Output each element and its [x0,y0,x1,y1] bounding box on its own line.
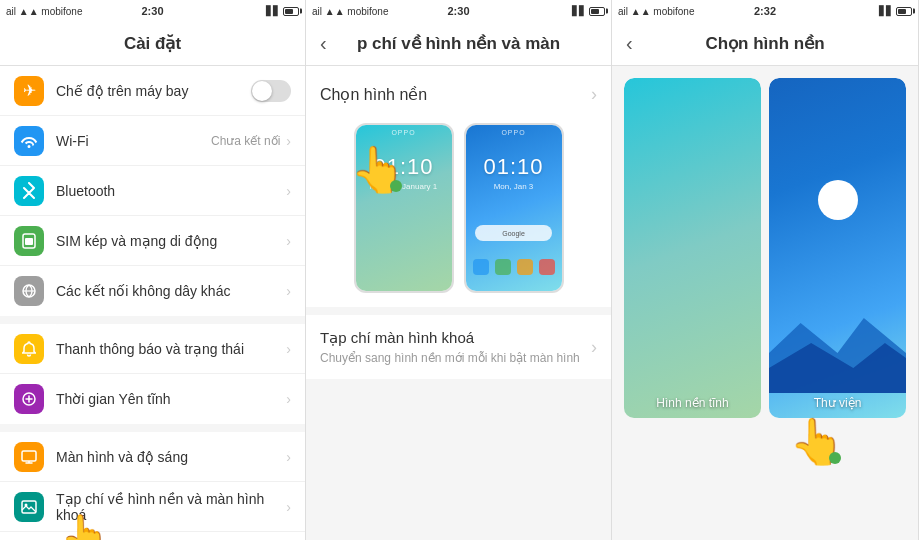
preview-date-1: Monday, January 1 [370,182,437,191]
preview-time-2: 01:10 [483,154,543,180]
quiet-icon [14,384,44,414]
settings-title: Cài đặt [124,33,181,54]
panel2-content: Chọn hình nền › 👆 OPPO 01:10 Monday, Jan… [306,66,611,540]
sim-label: SIM kép và mạng di động [56,233,286,249]
airplane-icon: ✈ [14,76,44,106]
header-3: ‹ Chọn hình nền [612,22,918,66]
airplane-toggle[interactable] [251,80,291,102]
settings-list[interactable]: ✈ Chế độ trên máy bay Wi-Fi Chưa kết nối… [0,66,305,540]
magazine-row[interactable]: Tạp chí màn hình khoá Chuyển sang hình n… [320,329,597,365]
choose-wallpaper-arrow: › [591,84,597,105]
magazine-arrow: › [591,337,597,358]
svg-rect-6 [22,501,36,513]
settings-group-connectivity: ✈ Chế độ trên máy bay Wi-Fi Chưa kết nối… [0,66,305,316]
settings-item-notification[interactable]: Thanh thông báo và trạng thái › [0,324,305,374]
wallpaper-label: Tạp chí về hình nền và màn hình khoá [56,491,286,523]
bluetooth-icon [14,176,44,206]
sim-arrow: › [286,233,291,249]
preview-app-4 [539,259,555,275]
signal-icon-3: ▋▋ [879,6,893,16]
wallpaper-static-thumb: Hình nền tĩnh [624,78,761,418]
preview-time-1: 01:10 [373,154,433,180]
right-icons-2: ▋▋ [572,6,605,16]
choose-wallpaper-row[interactable]: Chọn hình nền › [320,80,597,109]
phone-preview-2: OPPO 01:10 Mon, Jan 3 Google [464,123,564,293]
settings-item-display[interactable]: Màn hình và độ sáng › [0,432,305,482]
notification-label: Thanh thông báo và trạng thái [56,341,286,357]
settings-item-wifi[interactable]: Wi-Fi Chưa kết nối › [0,116,305,166]
settings-item-airplane[interactable]: ✈ Chế độ trên máy bay [0,66,305,116]
bluetooth-label: Bluetooth [56,183,286,199]
quiet-label: Thời gian Yên tĩnh [56,391,286,407]
wifi-value: Chưa kết nối [211,134,280,148]
panel-wallpaper-magazine: ail ▲▲ mobifone 2:30 ▋▋ ‹ p chí về hình … [306,0,612,540]
network-icon [14,276,44,306]
oppo-logo-2: OPPO [501,129,525,136]
hand-cursor-3: 👆 [789,415,845,468]
phone-preview-1: OPPO 01:10 Monday, January 1 [354,123,454,293]
battery-icon-1 [283,7,299,16]
wallpaper-library-label: Thư viện [769,396,906,410]
preview-app-3 [517,259,533,275]
airplane-label: Chế độ trên máy bay [56,83,251,99]
back-button-3[interactable]: ‹ [626,32,633,55]
preview-bottom-icons [473,259,555,275]
display-arrow: › [286,449,291,465]
settings-group-display: Màn hình và độ sáng › Tạp chí về hình nề… [0,432,305,540]
wallpaper-static-label: Hình nền tĩnh [624,396,761,410]
signal-icon: ▋▋ [266,6,280,16]
choose-wallpaper-title: Chọn hình nền [320,85,427,104]
network-arrow: › [286,283,291,299]
status-bar-3: ail ▲▲ mobifone 2:32 ▋▋ [612,0,918,22]
panel-choose-wallpaper: ail ▲▲ mobifone 2:32 ▋▋ ‹ Chọn hình nền … [612,0,919,540]
battery-icon-3 [896,7,912,16]
right-icons-1: ▋▋ [266,6,299,16]
time-3: 2:32 [754,5,776,17]
svg-rect-5 [22,451,36,461]
display-label: Màn hình và độ sáng [56,449,286,465]
preview-date-2: Mon, Jan 3 [494,182,534,191]
quiet-arrow: › [286,391,291,407]
notification-icon [14,334,44,364]
moon-shape [818,180,858,220]
settings-item-wallpaper[interactable]: Tạp chí về hình nền và màn hình khoá › 👆 [0,482,305,532]
carrier-2: ail ▲▲ mobifone [312,6,389,17]
wallpaper-mag-title: p chí về hình nền và màn [357,33,560,54]
carrier-1: ail ▲▲ mobifone [6,6,83,17]
wallpaper-static[interactable]: Hình nền tĩnh [624,78,761,528]
carrier-3: ail ▲▲ mobifone [618,6,695,17]
choose-wallpaper-header-title: Chọn hình nền [705,33,824,54]
oppo-logo-1: OPPO [391,129,415,136]
magazine-title: Tạp chí màn hình khoá [320,329,580,347]
network-label: Các kết nối không dây khác [56,283,286,299]
wallpaper-library[interactable]: Thư viện 👆 [769,78,906,528]
time-2: 2:30 [447,5,469,17]
magazine-section: Tạp chí màn hình khoá Chuyển sang hình n… [306,315,611,379]
settings-item-sim[interactable]: SIM kép và mạng di động › [0,216,305,266]
header-2: ‹ p chí về hình nền và màn [306,22,611,66]
sim-icon [14,226,44,256]
preview-screen-2: OPPO 01:10 Mon, Jan 3 Google [466,125,562,291]
back-button-2[interactable]: ‹ [320,32,327,55]
status-bar-1: ail ▲▲ mobifone 2:30 ▋▋ [0,0,305,22]
preview-screen-1: OPPO 01:10 Monday, January 1 [356,125,452,291]
magazine-text: Tạp chí màn hình khoá Chuyển sang hình n… [320,329,580,365]
panel-settings: ail ▲▲ mobifone 2:30 ▋▋ Cài đặt ✈ Chế độ… [0,0,306,540]
settings-item-network[interactable]: Các kết nối không dây khác › [0,266,305,316]
wallpaper-grid: Hình nền tĩnh Thư viện [612,66,918,540]
preview-app-2 [495,259,511,275]
settings-item-bluetooth[interactable]: Bluetooth › [0,166,305,216]
wallpaper-arrow: › [286,499,291,515]
settings-item-sound[interactable]: Âm thanh và rung › [0,532,305,540]
svg-rect-1 [25,238,33,245]
wallpaper-library-thumb: Thư viện [769,78,906,418]
bluetooth-arrow: › [286,183,291,199]
mountain-layer [769,303,906,393]
status-bar-2: ail ▲▲ mobifone 2:30 ▋▋ [306,0,611,22]
preview-search-bar: Google [475,225,552,241]
settings-item-quiet[interactable]: Thời gian Yên tĩnh › [0,374,305,424]
time-1: 2:30 [141,5,163,17]
preview-app-1 [473,259,489,275]
wifi-arrow: › [286,133,291,149]
wallpaper-section: Chọn hình nền › 👆 OPPO 01:10 Monday, Jan… [306,66,611,307]
